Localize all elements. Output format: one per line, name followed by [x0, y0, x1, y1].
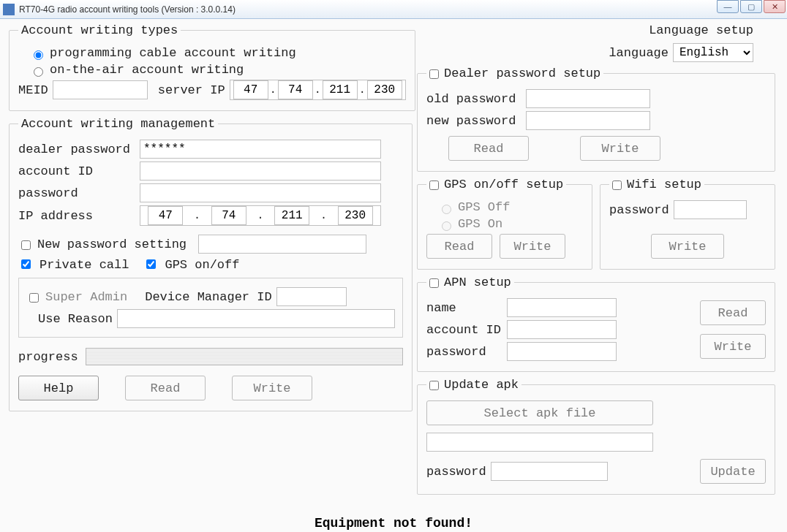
- apk-pwd-label: password: [426, 465, 486, 479]
- dealer-setup-checkbox[interactable]: [429, 69, 439, 79]
- mgmt-password-field[interactable]: [140, 183, 381, 202]
- use-reason-label: Use Reason: [38, 312, 113, 326]
- apn-setup-legend: APN setup: [444, 276, 511, 289]
- progress-label: progress: [18, 350, 81, 364]
- language-select[interactable]: English: [673, 43, 753, 62]
- help-button[interactable]: Help: [18, 376, 99, 400]
- apn-name-label: name: [426, 301, 502, 315]
- meid-field[interactable]: [53, 80, 148, 99]
- apn-read-button[interactable]: Read: [700, 300, 766, 325]
- new-pwd-checkbox[interactable]: [21, 240, 31, 250]
- mgmt-ip-2[interactable]: [274, 206, 309, 225]
- gps-read-button[interactable]: Read: [426, 234, 492, 259]
- mgmt-password-label: password: [18, 186, 135, 200]
- radio-cable[interactable]: [34, 50, 43, 60]
- old-pwd-field[interactable]: [526, 89, 650, 108]
- mgmt-ip-0[interactable]: [148, 206, 183, 225]
- apn-setup-group: APN setup name account ID password: [417, 276, 775, 372]
- apn-setup-checkbox[interactable]: [429, 278, 439, 288]
- wifi-pwd-field[interactable]: [674, 200, 747, 219]
- wifi-setup-legend: Wifi setup: [627, 178, 701, 191]
- new-pwd-field[interactable]: [198, 235, 366, 254]
- mgmt-ip-field[interactable]: . . .: [140, 205, 381, 226]
- language-block: Language setup language English: [417, 23, 775, 62]
- dealer-pwd-label: dealer password: [18, 142, 135, 156]
- dealer-read-button[interactable]: Read: [448, 136, 529, 161]
- wifi-setup-checkbox[interactable]: [612, 180, 622, 190]
- server-ip-field[interactable]: . . .: [230, 80, 406, 100]
- select-apk-button[interactable]: Select apk file: [426, 400, 653, 425]
- device-mgr-field[interactable]: [276, 287, 347, 306]
- window-title: RT70-4G radio account writing tools (Ver…: [19, 4, 236, 15]
- radio-gps-on[interactable]: [442, 221, 451, 231]
- radio-ota-label: on-the-air account writing: [50, 63, 244, 77]
- apk-pwd-field[interactable]: [491, 462, 608, 481]
- window-titlebar: RT70-4G radio account writing tools (Ver…: [0, 0, 787, 19]
- update-apk-legend: Update apk: [444, 378, 519, 392]
- apn-account-field[interactable]: [507, 320, 617, 339]
- gps-onoff-checkbox[interactable]: [146, 259, 156, 269]
- close-button[interactable]: ✕: [764, 0, 786, 13]
- gps-setup-group: GPS on/off setup GPS Off GPS On Read Wri…: [417, 178, 592, 270]
- private-call-checkbox[interactable]: [21, 259, 31, 269]
- apn-write-button[interactable]: Write: [700, 334, 766, 359]
- server-ip-2[interactable]: [323, 80, 358, 99]
- radio-gps-off[interactable]: [442, 205, 451, 214]
- wifi-setup-group: Wifi setup password Write: [600, 178, 775, 270]
- gps-onoff-label: GPS on/off: [165, 258, 239, 272]
- ip-label: IP address: [18, 209, 135, 223]
- gps-off-label: GPS Off: [458, 200, 510, 214]
- account-mgmt-group: Account writing management dealer passwo…: [9, 117, 413, 411]
- app-icon: [3, 4, 15, 15]
- language-title: Language setup: [417, 23, 753, 37]
- account-id-label: account ID: [18, 164, 135, 178]
- mgmt-legend: Account writing management: [18, 117, 218, 131]
- radio-cable-label: programming cable account writing: [50, 46, 296, 60]
- new-pwd-label: New password setting: [37, 238, 187, 251]
- account-writing-types-group: Account writing types programming cable …: [9, 23, 415, 111]
- new-dealer-pwd-field[interactable]: [526, 111, 650, 130]
- apn-pwd-label: password: [426, 345, 502, 359]
- private-call-label: Private call: [39, 258, 129, 272]
- mgmt-read-button[interactable]: Read: [125, 376, 206, 400]
- gps-setup-checkbox[interactable]: [429, 180, 439, 190]
- device-mgr-label: Device Manager ID: [145, 290, 271, 304]
- radio-ota[interactable]: [34, 67, 43, 77]
- use-reason-field[interactable]: [117, 309, 395, 328]
- mgmt-write-button[interactable]: Write: [232, 376, 312, 400]
- server-ip-0[interactable]: [233, 80, 268, 99]
- new-dealer-pwd-label: new password: [426, 114, 521, 128]
- super-admin-box: Super Admin Device Manager ID Use Reason: [18, 278, 403, 338]
- update-apk-checkbox[interactable]: [429, 381, 439, 390]
- wifi-pwd-label: password: [609, 203, 669, 217]
- gps-write-button[interactable]: Write: [500, 234, 565, 259]
- maximize-button[interactable]: ▢: [740, 0, 762, 13]
- apk-update-button[interactable]: Update: [700, 459, 766, 484]
- super-admin-checkbox[interactable]: [29, 293, 39, 303]
- gps-setup-legend: GPS on/off setup: [444, 178, 563, 191]
- dealer-setup-legend: Dealer password setup: [444, 66, 600, 80]
- apk-file-display: [426, 433, 653, 452]
- dealer-setup-group: Dealer password setup old password new p…: [417, 66, 775, 172]
- server-ip-1[interactable]: [278, 80, 313, 99]
- super-admin-label: Super Admin: [45, 290, 127, 304]
- apn-pwd-field[interactable]: [507, 342, 617, 361]
- apn-name-field[interactable]: [507, 298, 617, 317]
- status-text: Equipment not found!: [0, 516, 787, 531]
- wifi-write-button[interactable]: Write: [651, 234, 724, 259]
- progress-bar: [86, 348, 403, 365]
- gps-on-label: GPS On: [458, 217, 502, 231]
- server-ip-3[interactable]: [367, 80, 402, 99]
- meid-label: MEID: [18, 83, 48, 97]
- update-apk-group: Update apk Select apk file password Upda…: [417, 378, 775, 495]
- types-legend: Account writing types: [18, 23, 181, 37]
- language-label: language: [609, 46, 669, 60]
- mgmt-ip-3[interactable]: [338, 206, 373, 225]
- apn-account-label: account ID: [426, 323, 502, 337]
- dealer-write-button[interactable]: Write: [580, 136, 660, 161]
- mgmt-ip-1[interactable]: [211, 206, 246, 225]
- dealer-pwd-field[interactable]: [140, 140, 381, 159]
- server-ip-label: server IP: [158, 83, 225, 97]
- minimize-button[interactable]: —: [717, 0, 739, 13]
- account-id-field[interactable]: [140, 162, 381, 180]
